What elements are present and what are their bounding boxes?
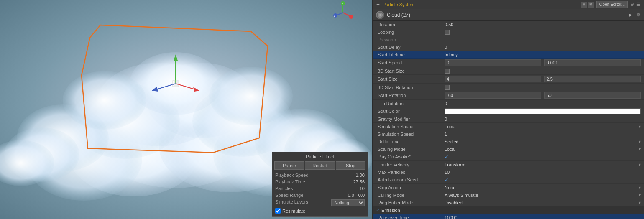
emission-checkbox[interactable]: ✓ (376, 208, 380, 213)
particle-panel-title: Particle Effect (274, 154, 365, 159)
delta-time-value: Scaled ▾ (445, 139, 641, 144)
prop-auto-random-seed: Auto Random Seed ✓ (373, 176, 644, 184)
svg-line-30 (343, 13, 350, 16)
rate-over-time-number: 10000 (445, 215, 457, 219)
delta-time-arrow[interactable]: ▾ (639, 139, 641, 144)
component-icon (376, 11, 384, 19)
prop-culling-mode: Culling Mode Always Simulate ▾ (373, 191, 644, 199)
svg-point-14 (63, 71, 146, 130)
prop-simulation-space: Simulation Space Local ▾ (373, 123, 644, 130)
simulate-layers-row: Simulate Layers Nothing (274, 199, 365, 207)
prop-start-rotation: Start Rotation -60 60 (373, 91, 644, 100)
prop-simulation-speed: Simulation Speed 1 (373, 130, 644, 138)
max-particles-label: Max Particles (378, 170, 445, 175)
svg-text:Z: Z (334, 15, 335, 17)
resimulate-label: Resimulate (282, 209, 305, 214)
svg-line-32 (337, 13, 343, 15)
component-toggle-icon[interactable]: ▶ (629, 13, 632, 17)
3d-start-rotation-checkbox[interactable] (445, 85, 450, 90)
speed-range-value: 0.0 - 0.0 (348, 193, 365, 198)
prop-3d-start-rotation: 3D Start Rotation (373, 84, 644, 91)
add-component-icon[interactable]: ⊕ (630, 2, 634, 7)
open-editor-button[interactable]: Open Editor... (596, 1, 628, 8)
3d-start-rotation-value (445, 85, 641, 90)
prop-flip-rotation: Flip Rotation 0 (373, 100, 644, 107)
simulation-space-arrow[interactable]: ▾ (639, 124, 641, 129)
emitter-velocity-label: Emitter Velocity (378, 162, 445, 167)
ring-buffer-mode-arrow[interactable]: ▾ (639, 200, 641, 205)
stop-button[interactable]: Stop (336, 161, 365, 170)
emitter-velocity-arrow[interactable]: ▾ (639, 162, 641, 167)
simulation-speed-value: 1 (445, 132, 641, 137)
simulate-layers-select[interactable]: Nothing (331, 199, 365, 206)
gravity-modifier-value: 0 (445, 117, 641, 122)
component-name: Cloud (27) (387, 12, 626, 18)
stop-action-arrow[interactable]: ▾ (639, 185, 641, 190)
3d-start-size-label: 3D Start Size (378, 69, 445, 74)
component-settings-icon[interactable]: ⚙ (636, 12, 641, 18)
prop-start-color: Start Color (373, 107, 644, 115)
start-color-value (445, 108, 641, 114)
inspector-panel-title: Particle System (383, 2, 414, 7)
prop-scaling-mode: Scaling Mode Local ▾ (373, 145, 644, 153)
scene-view[interactable]: Y Z < Persp Particle Effect Pause Restar… (0, 0, 372, 219)
restart-button[interactable]: Restart (305, 161, 335, 170)
scaling-mode-arrow[interactable]: ▾ (639, 147, 641, 151)
particles-label: Particles (275, 186, 293, 191)
3d-start-size-checkbox[interactable] (445, 69, 450, 74)
start-lifetime-value: Infinity (445, 52, 641, 57)
scaling-mode-label: Scaling Mode (378, 147, 445, 152)
particles-value: 10 (360, 186, 365, 191)
duration-label: Duration (378, 22, 445, 27)
playback-speed-row: Playback Speed 1.00 (274, 172, 365, 178)
resimulate-checkbox[interactable] (275, 208, 281, 214)
inspector-topbar: ✦ Particle System ⊟ ⊡ Open Editor... ⊕ ☰ (373, 0, 644, 9)
window-maximize-btn[interactable]: ⊡ (588, 2, 594, 8)
culling-mode-value: Always Simulate ▾ (445, 193, 641, 198)
prop-looping: Looping (373, 28, 644, 36)
prop-max-particles: Max Particles 10 (373, 168, 644, 176)
prop-start-size: Start Size 4 2.5 (373, 75, 644, 84)
flip-rotation-value: 0 (445, 101, 641, 106)
start-size-value: 4 2.5 (445, 76, 641, 82)
simulation-speed-label: Simulation Speed (378, 132, 445, 137)
speed-range-row: Speed Range 0.0 - 0.0 (274, 192, 365, 199)
3d-start-size-value (445, 69, 641, 74)
component-menu-icon[interactable]: ☰ (636, 2, 641, 7)
start-rotation-value: -60 60 (445, 92, 641, 99)
resimulate-row: Resimulate (274, 207, 365, 214)
flip-rotation-label: Flip Rotation (378, 101, 445, 106)
start-rotation-label: Start Rotation (378, 93, 445, 98)
prop-gravity-modifier: Gravity Modifier 0 (373, 115, 644, 123)
prop-prewarm: Prewarm (373, 36, 644, 43)
emission-label: Emission (381, 208, 400, 213)
culling-mode-arrow[interactable]: ▾ (639, 193, 641, 197)
start-size-label: Start Size (378, 76, 445, 81)
play-on-awake-label: Play On Awake* (378, 154, 445, 159)
prop-rate-over-time: Rate over Time 10000 (373, 214, 644, 219)
auto-random-seed-label: Auto Random Seed (378, 177, 445, 182)
playback-time-value: 27.56 (353, 179, 365, 184)
ring-buffer-mode-label: Ring Buffer Mode (378, 200, 445, 205)
looping-label: Looping (378, 30, 445, 35)
speed-range-label: Speed Range (275, 193, 303, 198)
stop-action-label: Stop Action (378, 185, 445, 190)
window-controls: ⊟ ⊡ (581, 2, 594, 8)
ring-buffer-mode-value: Disabled ▾ (445, 200, 641, 205)
window-collapse-btn[interactable]: ⊟ (581, 2, 587, 8)
delta-time-label: Delta Time (378, 139, 445, 144)
prewarm-label: Prewarm (378, 37, 445, 42)
simulation-space-value: Local ▾ (445, 124, 641, 129)
3d-start-rotation-label: 3D Start Rotation (378, 85, 445, 90)
looping-checkbox[interactable] (445, 30, 450, 35)
pause-button[interactable]: Pause (274, 161, 304, 170)
prop-emitter-velocity: Emitter Velocity Transform ▾ (373, 161, 644, 168)
component-header: Cloud (27) ▶ ⚙ (373, 9, 644, 21)
svg-point-15 (209, 67, 293, 125)
prop-start-lifetime: Start Lifetime Infinity (373, 51, 644, 59)
prop-start-speed: Start Speed 0 0.001 (373, 59, 644, 67)
start-color-swatch[interactable] (445, 108, 641, 114)
start-speed-label: Start Speed (378, 60, 445, 65)
auto-random-seed-value: ✓ (445, 177, 641, 183)
start-delay-value: 0 (445, 45, 641, 50)
